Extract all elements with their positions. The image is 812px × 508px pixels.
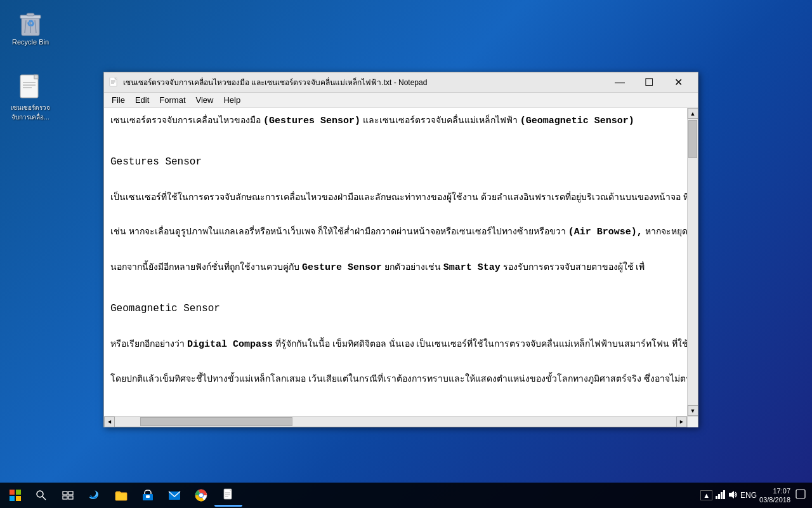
svg-rect-2 <box>27 13 34 16</box>
svg-rect-20 <box>10 496 15 501</box>
notification-button[interactable] <box>796 489 806 502</box>
network-icon[interactable] <box>715 490 725 502</box>
svg-rect-44 <box>721 492 723 499</box>
menu-bar: File Edit Format View Help <box>104 93 698 108</box>
window-controls: — ☐ ✕ <box>605 72 693 93</box>
task-view-button[interactable] <box>55 484 81 507</box>
store-icon <box>141 489 154 502</box>
file-icon[interactable]: เซนเซอร์ตรวจจับการเคลื่อ... <box>5 70 56 124</box>
vertical-scrollbar[interactable]: ▲ ▼ <box>687 108 698 416</box>
text-line-10 <box>110 320 681 334</box>
language-indicator[interactable]: ENG <box>740 491 757 500</box>
notepad-taskbar-button[interactable] <box>214 484 242 507</box>
text-line-13: โดยปกติแล้วเข็มทิศจะชี้ไปทางขั้วแม่เหล็ก… <box>110 371 681 386</box>
show-hidden-icons-button[interactable]: ▲ <box>700 490 712 500</box>
menu-file[interactable]: File <box>107 94 130 106</box>
minimize-button[interactable]: — <box>605 72 634 93</box>
file-svg <box>15 72 46 103</box>
svg-rect-9 <box>34 75 38 79</box>
svg-point-36 <box>199 493 203 497</box>
svg-rect-26 <box>63 496 67 499</box>
file-explorer-button[interactable] <box>108 484 134 507</box>
svg-rect-42 <box>716 496 717 499</box>
search-button[interactable] <box>29 484 54 507</box>
desktop: ♻ Recycle Bin เซนเซอร์ตรวจจับการเคลื่อ..… <box>0 0 812 508</box>
recycle-bin-icon[interactable]: ♻ Recycle Bin <box>5 5 56 48</box>
title-bar: เซนเซอร์ตรวจจับการเคลื่อนไหวของมือ และเซ… <box>104 72 698 93</box>
scroll-left-arrow[interactable]: ◄ <box>104 417 115 427</box>
scroll-corner <box>687 417 698 427</box>
file-explorer-icon <box>115 489 128 502</box>
svg-line-23 <box>43 497 46 500</box>
clock-display[interactable]: 17:07 03/8/2018 <box>759 486 790 505</box>
bottom-bar: ◄ ► <box>104 416 698 427</box>
svg-rect-19 <box>16 490 21 495</box>
mail-icon <box>168 489 181 502</box>
windows-logo-icon <box>10 490 21 501</box>
scroll-thumb-horizontal[interactable] <box>140 417 292 426</box>
svg-rect-45 <box>723 490 725 499</box>
volume-svg-icon <box>728 490 738 500</box>
svg-rect-24 <box>63 491 67 495</box>
network-svg-icon <box>715 490 725 500</box>
svg-rect-28 <box>115 493 127 500</box>
scroll-thumb-vertical[interactable] <box>688 120 697 158</box>
scroll-up-arrow[interactable]: ▲ <box>688 108 698 119</box>
taskbar: ▲ ENG <box>0 483 812 508</box>
time-display: 17:07 <box>759 486 790 495</box>
chrome-button[interactable] <box>188 484 214 507</box>
search-icon <box>36 490 47 501</box>
svg-rect-27 <box>69 496 73 499</box>
edge-button[interactable] <box>82 484 107 507</box>
notepad-icon <box>109 77 119 88</box>
text-line-1: เซนเซอร์ตรวจจับการเคลื่อนไหวของมือ (Gest… <box>110 113 681 129</box>
svg-rect-31 <box>146 495 150 498</box>
text-line-4: เป็นเซนเซอร์ที่ใช้ในการตรวจจับลักษณะการเ… <box>110 190 681 204</box>
text-editor[interactable]: เซนเซอร์ตรวจจับการเคลื่อนไหวของมือ (Gest… <box>104 108 687 416</box>
store-button[interactable] <box>135 484 160 507</box>
text-line-11: หรือเรียกอีกอย่างว่า Digital Compass ที่… <box>110 337 681 352</box>
svg-rect-21 <box>16 496 21 501</box>
content-area: เซนเซอร์ตรวจจับการเคลื่อนไหวของมือ (Gest… <box>104 108 698 416</box>
text-line-3 <box>110 173 681 187</box>
svg-rect-25 <box>69 491 73 495</box>
menu-format[interactable]: Format <box>154 94 190 106</box>
taskbar-tray: ▲ ENG <box>697 486 809 505</box>
recycle-bin-label: Recycle Bin <box>12 38 49 46</box>
mail-button[interactable] <box>162 484 187 507</box>
text-line-8: นอกจากนี้ยังมีอีกหลายฟังก์ชั่นที่ถูกใช้ง… <box>110 260 681 276</box>
text-line-15 <box>110 406 681 416</box>
text-line-5 <box>110 208 681 222</box>
chrome-icon <box>195 489 207 502</box>
gestures-heading: Gestures Sensor <box>110 154 681 171</box>
menu-edit[interactable]: Edit <box>130 94 154 106</box>
scroll-down-arrow[interactable]: ▼ <box>688 405 698 416</box>
date-display: 03/8/2018 <box>759 495 790 504</box>
horizontal-scrollbar[interactable]: ◄ ► <box>104 417 687 427</box>
svg-point-22 <box>37 491 43 497</box>
volume-icon[interactable] <box>728 490 738 502</box>
notepad-taskbar-icon <box>222 488 235 501</box>
text-line-6: เช่น หากจะเลื่อนดูรูปภาพในแกลเลอรี่หรือห… <box>110 224 681 240</box>
menu-help[interactable]: Help <box>218 94 246 106</box>
svg-rect-18 <box>10 490 15 495</box>
notepad-window: เซนเซอร์ตรวจจับการเคลื่อนไหวของมือ และเซ… <box>103 72 698 427</box>
text-line-2 <box>110 131 681 145</box>
scroll-track-vertical[interactable] <box>688 119 698 405</box>
scroll-track-horizontal[interactable] <box>115 417 676 427</box>
text-line-12 <box>110 355 681 369</box>
text-line-14 <box>110 389 681 403</box>
recycle-bin-svg: ♻ <box>15 8 46 38</box>
scroll-right-arrow[interactable]: ► <box>676 417 687 427</box>
menu-view[interactable]: View <box>191 94 219 106</box>
close-button[interactable]: ✕ <box>664 72 693 93</box>
maximize-button[interactable]: ☐ <box>634 72 664 93</box>
notification-icon <box>796 489 806 499</box>
svg-marker-46 <box>729 491 734 498</box>
geomagnetic-heading: Geomagnetic Sensor <box>110 301 681 318</box>
window-title: เซนเซอร์ตรวจจับการเคลื่อนไหวของมือ และเซ… <box>123 76 605 88</box>
svg-rect-43 <box>718 494 720 499</box>
file-icon-label: เซนเซอร์ตรวจจับการเคลื่อ... <box>11 103 50 122</box>
start-button[interactable] <box>3 484 28 507</box>
svg-text:♻: ♻ <box>27 18 35 29</box>
